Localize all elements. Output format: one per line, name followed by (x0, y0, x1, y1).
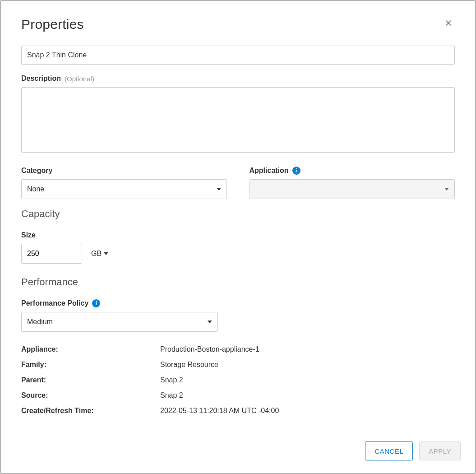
category-label: Category (21, 167, 227, 175)
application-label-text: Application (250, 167, 289, 175)
description-optional: (Optional) (65, 75, 94, 83)
apply-button: APPLY (419, 441, 461, 460)
size-unit-select[interactable]: GB (91, 250, 108, 258)
meta-family: Family: Storage Resource (21, 357, 455, 372)
meta-appliance: Appliance: Production-Boston-appliance-1 (21, 342, 455, 357)
meta-created-value: 2022-05-13 11:20:18 AM UTC -04:00 (160, 407, 279, 415)
meta-created-label: Create/Refresh Time: (21, 407, 160, 415)
meta-source-value: Snap 2 (160, 391, 183, 400)
capacity-heading: Capacity (21, 208, 455, 220)
performance-policy-value: Medium (27, 318, 53, 326)
meta-appliance-label: Appliance: (21, 345, 160, 353)
size-label: Size (21, 231, 455, 239)
close-button[interactable] (442, 17, 455, 29)
close-icon (444, 19, 453, 28)
description-textarea[interactable] (21, 87, 455, 153)
category-application-row: Category None Application i (21, 167, 455, 199)
meta-parent-label: Parent: (21, 376, 160, 384)
category-select[interactable]: None (21, 179, 227, 199)
category-field: Category None (21, 167, 227, 199)
description-label: Description (Optional) (21, 74, 455, 83)
caret-down-icon (208, 321, 212, 323)
caret-down-icon (104, 252, 108, 255)
dialog-footer: CANCEL APPLY (1, 431, 475, 473)
application-select[interactable] (250, 179, 455, 199)
dialog-header: Properties (21, 17, 455, 32)
meta-source-label: Source: (21, 391, 160, 400)
application-label: Application i (250, 167, 455, 175)
application-field: Application i (250, 167, 455, 199)
info-icon[interactable]: i (92, 299, 100, 307)
meta-parent-value: Snap 2 (160, 376, 183, 384)
performance-policy-label-text: Performance Policy (21, 299, 88, 307)
properties-dialog: Properties Description (Optional) Catego… (0, 0, 476, 474)
performance-policy-select[interactable]: Medium (21, 312, 218, 332)
caret-down-icon (217, 188, 221, 191)
size-input[interactable] (21, 244, 82, 264)
dialog-title: Properties (21, 17, 84, 32)
dialog-body: Properties Description (Optional) Catego… (1, 1, 475, 431)
size-row: GB (21, 244, 455, 264)
caret-down-icon (444, 188, 449, 191)
category-value: None (27, 185, 44, 193)
cancel-button[interactable]: CANCEL (365, 441, 413, 460)
meta-source: Source: Snap 2 (21, 388, 455, 403)
info-icon[interactable]: i (292, 167, 300, 175)
size-unit-value: GB (91, 250, 102, 258)
meta-parent: Parent: Snap 2 (21, 372, 455, 388)
meta-family-value: Storage Resource (160, 361, 218, 369)
performance-policy-label: Performance Policy i (21, 299, 455, 307)
name-input[interactable] (21, 46, 455, 65)
description-label-text: Description (21, 74, 61, 83)
meta-created: Create/Refresh Time: 2022-05-13 11:20:18… (21, 403, 455, 418)
performance-heading: Performance (21, 276, 455, 288)
meta-appliance-value: Production-Boston-appliance-1 (160, 345, 259, 353)
meta-family-label: Family: (21, 361, 160, 369)
